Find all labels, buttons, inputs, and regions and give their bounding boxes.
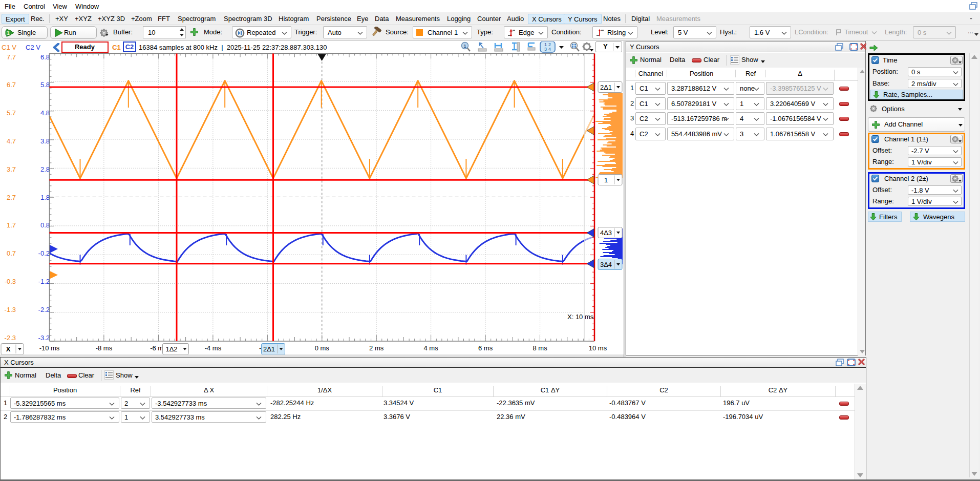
svg-text:1: 1 [604,176,608,184]
svg-text:1.7: 1.7 [7,221,16,229]
svg-text:4Δ3: 4Δ3 [600,229,612,237]
svg-text:-0.2: -0.2 [38,249,50,257]
svg-text:2.7: 2.7 [7,194,16,201]
svg-text:3Δ4: 3Δ4 [600,261,612,268]
svg-text:10 ms: 10 ms [589,344,607,352]
svg-text:1.8: 1.8 [40,194,50,201]
svg-text:2.8: 2.8 [40,165,50,173]
svg-text:-8 ms: -8 ms [96,344,113,352]
svg-text:-4 ms: -4 ms [205,344,222,352]
svg-text:-10 ms: -10 ms [39,344,60,352]
svg-text:4.8: 4.8 [40,109,50,117]
svg-text:-2.2: -2.2 [38,306,50,313]
svg-text:4.7: 4.7 [7,137,16,145]
svg-text:X: X [6,345,11,353]
svg-text:2 ms: 2 ms [369,344,384,352]
svg-text:3.8: 3.8 [40,137,50,145]
svg-text:0 ms: 0 ms [315,344,330,352]
svg-text:6.8: 6.8 [40,53,50,61]
svg-text:-1.2: -1.2 [38,278,50,285]
svg-text:6.7: 6.7 [7,81,16,89]
svg-text:2Δ1: 2Δ1 [600,83,612,91]
svg-text:0.7: 0.7 [7,249,16,257]
svg-text:-2.3: -2.3 [5,334,16,342]
svg-text:7.7: 7.7 [7,53,16,61]
svg-text:1Δ2: 1Δ2 [165,345,177,353]
svg-text:-1.3: -1.3 [5,306,16,313]
svg-text:-3.2: -3.2 [38,334,50,342]
svg-text:8 ms: 8 ms [533,344,548,352]
svg-text:5.7: 5.7 [7,109,16,117]
svg-text:1: 1 [7,30,10,36]
svg-text:4 ms: 4 ms [424,344,439,352]
svg-text:0.8: 0.8 [40,221,50,229]
svg-text:-0.3: -0.3 [5,278,16,285]
svg-text:5.8: 5.8 [40,81,50,89]
svg-text:2Δ1: 2Δ1 [263,345,275,353]
svg-text:6 ms: 6 ms [478,344,493,352]
svg-text:3.7: 3.7 [7,165,16,173]
svg-text:X: 10 ms: X: 10 ms [567,313,594,321]
